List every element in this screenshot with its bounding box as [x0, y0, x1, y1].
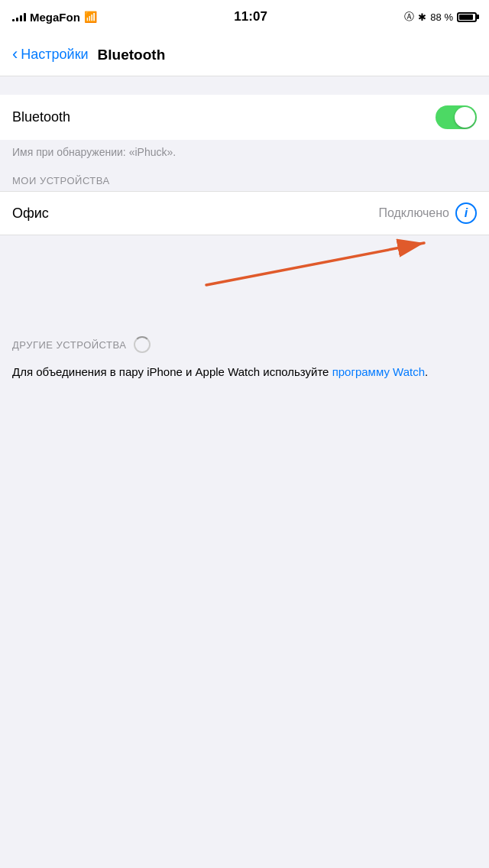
description-end: . [425, 365, 428, 378]
wifi-icon: 📶 [84, 11, 97, 23]
back-label: Настройки [21, 47, 88, 63]
location-icon: Ⓐ [404, 10, 414, 24]
watch-app-link[interactable]: программу Watch [332, 365, 425, 378]
device-info-button[interactable]: i [455, 202, 477, 224]
status-time: 11:07 [234, 9, 267, 24]
signal-bars-icon [12, 12, 26, 21]
carrier-name: MegaFon [30, 11, 80, 24]
nav-bar: ‹ Настройки Bluetooth [0, 34, 489, 76]
device-status-area: Подключено i [378, 202, 477, 224]
arrow-annotation [0, 235, 489, 296]
page-title: Bluetooth [98, 47, 166, 63]
bluetooth-icon: ✱ [418, 11, 426, 23]
discovery-note: Имя при обнаружении: «iPhuck». [0, 140, 489, 169]
other-header-row: ДРУГИЕ УСТРОЙСТВА [0, 330, 489, 358]
separator-space [0, 296, 489, 324]
battery-icon [457, 12, 477, 22]
description-text: Для объединения в пару iPhone и Apple Wa… [0, 358, 489, 394]
device-row-ofis: Офис Подключено i [0, 191, 489, 235]
content-area: Bluetooth Имя при обнаружении: «iPhuck».… [0, 76, 489, 394]
other-devices-section: ДРУГИЕ УСТРОЙСТВА Для объединения в пару… [0, 330, 489, 394]
other-devices-header: ДРУГИЕ УСТРОЙСТВА [12, 339, 126, 351]
bluetooth-label: Bluetooth [12, 109, 70, 125]
toggle-thumb [455, 107, 475, 128]
back-button[interactable]: ‹ Настройки [12, 47, 89, 63]
description-before: Для объединения в пару iPhone и Apple Wa… [12, 365, 332, 378]
chevron-left-icon: ‹ [12, 46, 18, 63]
status-right: Ⓐ ✱ 88 % [404, 10, 477, 24]
arrow-svg [0, 228, 489, 304]
loading-spinner [134, 336, 151, 353]
my-devices-header: МОИ УСТРОЙСТВА [0, 169, 489, 191]
svg-line-1 [206, 243, 424, 285]
bluetooth-toggle-group: Bluetooth [0, 95, 489, 140]
bluetooth-toggle[interactable] [436, 105, 477, 129]
device-name: Офис [12, 206, 49, 222]
device-status-text: Подключено [378, 206, 449, 220]
bluetooth-row: Bluetooth [0, 95, 489, 140]
status-bar: MegaFon 📶 11:07 Ⓐ ✱ 88 % [0, 0, 489, 34]
status-left: MegaFon 📶 [12, 11, 97, 24]
battery-percent: 88 % [430, 11, 453, 23]
